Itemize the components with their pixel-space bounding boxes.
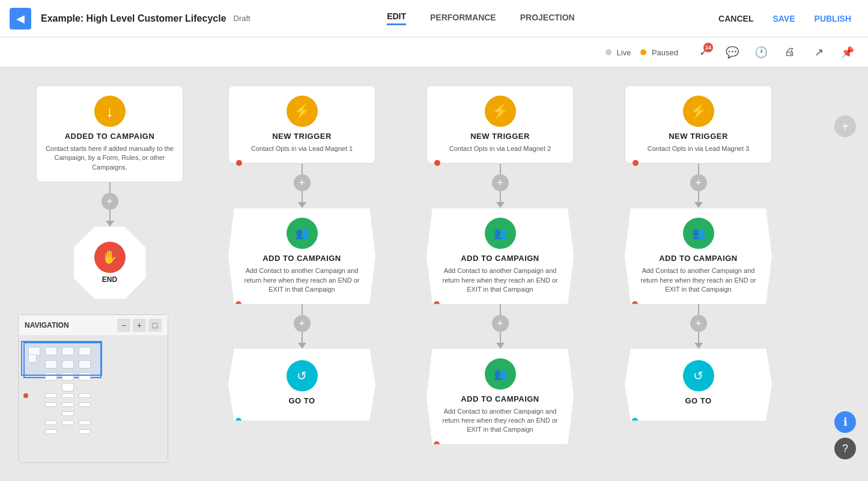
fit-button[interactable]: □ <box>148 319 162 332</box>
add-step-btn-4a[interactable]: + <box>690 174 707 191</box>
mini-node-18 <box>62 411 74 416</box>
nav-widget-title: NAVIGATION <box>25 321 69 329</box>
connector-2b: + <box>228 304 375 349</box>
share-icon: ↗ <box>815 46 824 59</box>
add-campaign-icon-3: 👥 <box>485 218 516 249</box>
mini-node-14 <box>79 393 91 398</box>
comments-button[interactable]: 💬 <box>721 41 743 63</box>
tab-performance[interactable]: PERFORMANCE <box>430 13 496 25</box>
trigger-desc-2: Contact Opts in via Lead Magnet 2 <box>434 144 566 153</box>
add-campaign-icon-3b: 👥 <box>485 358 516 390</box>
mini-node-17 <box>79 402 91 407</box>
top-navigation: ◀ Example: High Level Customer Lifecycle… <box>0 0 868 37</box>
print-button[interactable]: 🖨 <box>779 41 801 63</box>
info-button[interactable]: ℹ <box>834 411 856 433</box>
connector-3a: + <box>426 164 574 208</box>
trigger-node-1[interactable]: ⚡ NEW TRIGGER Contact Opts in via Lead M… <box>228 85 375 164</box>
history-button[interactable]: 🕐 <box>750 41 772 63</box>
add-step-btn-3a[interactable]: + <box>492 174 509 191</box>
add-campaign-icon-2: 👥 <box>287 218 318 249</box>
tasks-badge: 14 <box>703 43 713 52</box>
goto-dot-2 <box>235 418 241 424</box>
connector: + <box>36 182 183 227</box>
workflow-title: Example: High Level Customer Lifecycle <box>41 13 226 24</box>
pin-icon: 📌 <box>841 46 854 59</box>
trigger-node-3[interactable]: ⚡ NEW TRIGGER Contact Opts in via Lead M… <box>625 85 772 164</box>
draft-badge: Draft <box>234 14 250 23</box>
navigation-widget: NAVIGATION − + □ <box>18 314 168 463</box>
trigger-icon-3: ⚡ <box>683 96 714 127</box>
add-campaign-desc-3b: Add Contact to another Campaign and retu… <box>439 407 562 435</box>
viewport-indicator <box>21 341 102 376</box>
live-status: Live <box>605 47 631 58</box>
mini-node-19 <box>45 420 57 425</box>
trigger-desc-1: Contact Opts in via Lead Magnet 1 <box>236 144 368 153</box>
mini-node-22 <box>45 429 57 434</box>
help-icon: ? <box>842 443 848 455</box>
add-step-btn-2a[interactable]: + <box>294 174 311 191</box>
nav-widget-map[interactable] <box>19 336 168 462</box>
connector-3b: + <box>426 304 574 349</box>
add-campaign-title-3b: ADD TO CAMPAIGN <box>461 394 539 403</box>
trigger-desc-3: Contact Opts in via Lead Magnet 3 <box>633 144 764 153</box>
nav-widget-header: NAVIGATION − + □ <box>19 315 168 336</box>
add-campaign-title-4: ADD TO CAMPAIGN <box>659 254 738 263</box>
add-campaign-node-3b[interactable]: 👥 ADD TO CAMPAIGN Add Contact to another… <box>426 349 574 444</box>
add-step-button[interactable]: + <box>102 193 118 210</box>
paused-status: Paused <box>640 47 678 58</box>
trigger-node-2[interactable]: ⚡ NEW TRIGGER Contact Opts in via Lead M… <box>426 85 574 164</box>
trigger-icon-2: ⚡ <box>485 96 516 127</box>
print-icon: 🖨 <box>785 46 795 58</box>
add-step-btn-3b[interactable]: + <box>492 315 509 332</box>
paused-dot <box>640 49 646 55</box>
nav-widget-controls: − + □ <box>117 319 162 332</box>
zoom-in-button[interactable]: + <box>133 319 146 332</box>
add-campaign-title-2: ADD TO CAMPAIGN <box>263 254 341 263</box>
zoom-out-button[interactable]: − <box>117 319 130 332</box>
live-label: Live <box>617 48 631 57</box>
publish-button[interactable]: PUBLISH <box>807 9 858 28</box>
nav-tabs: EDIT PERFORMANCE PROJECTION <box>250 11 711 25</box>
end-node[interactable]: ✋ END <box>74 227 146 299</box>
mini-node-23 <box>79 429 91 434</box>
tasks-button[interactable]: ✓ 14 <box>693 41 714 63</box>
back-button[interactable]: ◀ <box>10 8 31 29</box>
info-icon: ℹ <box>843 415 848 429</box>
end-label: END <box>102 275 117 284</box>
goto-icon-2: ↺ <box>287 360 318 391</box>
save-button[interactable]: SAVE <box>765 9 802 28</box>
goto-node-4[interactable]: ↺ GO TO <box>625 349 772 421</box>
plus-icon: + <box>842 120 849 133</box>
add-campaign-node-4[interactable]: 👥 ADD TO CAMPAIGN Add Contact to another… <box>625 208 772 304</box>
campaign-icon: ↓ <box>94 96 126 127</box>
nav-actions: CANCEL SAVE PUBLISH <box>711 9 858 28</box>
status-dot-5 <box>434 441 440 447</box>
add-campaign-node-3[interactable]: 👥 ADD TO CAMPAIGN Add Contact to another… <box>426 208 574 304</box>
history-icon: 🕐 <box>754 46 768 59</box>
goto-node-2[interactable]: ↺ GO TO <box>228 349 375 421</box>
flow-column-2: ⚡ NEW TRIGGER Contact Opts in via Lead M… <box>228 85 375 421</box>
connector-2a: + <box>228 164 375 208</box>
trigger-title-2: NEW TRIGGER <box>434 132 566 141</box>
add-step-btn-2b[interactable]: + <box>294 315 311 332</box>
add-column-button[interactable]: + <box>834 115 856 137</box>
add-campaign-title-3: ADD TO CAMPAIGN <box>461 254 539 263</box>
share-button[interactable]: ↗ <box>808 41 830 63</box>
help-button[interactable]: ? <box>834 438 856 459</box>
add-campaign-node-2[interactable]: 👥 ADD TO CAMPAIGN Add Contact to another… <box>228 208 375 304</box>
tab-edit[interactable]: EDIT <box>387 11 406 25</box>
tab-projection[interactable]: PROJECTION <box>520 13 575 25</box>
mini-node-15 <box>45 402 57 407</box>
goto-title-2: GO TO <box>288 396 315 405</box>
cancel-button[interactable]: CANCEL <box>711 9 760 28</box>
status-area: Live Paused <box>605 47 678 58</box>
pin-button[interactable]: 📌 <box>837 41 858 63</box>
goto-dot-4 <box>632 418 638 424</box>
add-campaign-icon-4: 👥 <box>683 218 714 249</box>
toolbar: Live Paused ✓ 14 💬 🕐 🖨 ↗ 📌 <box>0 37 868 67</box>
connector-4a: + <box>625 164 772 208</box>
added-to-campaign-node[interactable]: ↓ ADDED TO CAMPAIGN Contact starts here … <box>36 85 183 182</box>
add-step-btn-4b[interactable]: + <box>690 315 707 332</box>
paused-label: Paused <box>652 48 678 57</box>
comment-icon: 💬 <box>726 46 739 59</box>
